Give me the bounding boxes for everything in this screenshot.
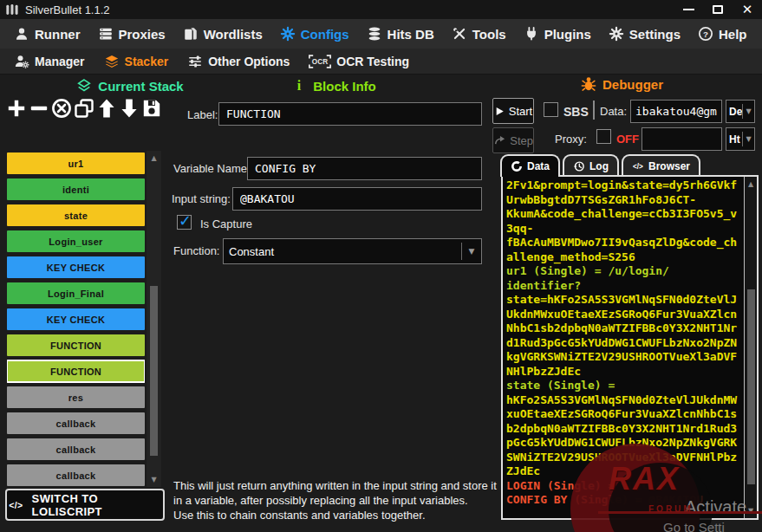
log-line: 2Fv1&prompt=login&state=dy5rh6GVkf bbox=[506, 178, 741, 193]
menu-item-help[interactable]: ?Help bbox=[691, 23, 754, 44]
section-title: Debugger bbox=[602, 77, 663, 92]
move-up-button[interactable] bbox=[95, 95, 118, 121]
debugger-tabs: Data Log </> Browser bbox=[500, 154, 700, 177]
close-button[interactable]: ✕ bbox=[733, 0, 762, 19]
help-line: Use this to chain constants and variable… bbox=[173, 508, 499, 522]
proxy-type-dropdown[interactable]: Ht ▼ bbox=[726, 127, 755, 151]
stack-item[interactable]: KEY CHECK bbox=[7, 256, 145, 278]
tab-data[interactable]: Data bbox=[500, 154, 560, 177]
move-down-button[interactable] bbox=[118, 95, 140, 121]
log-line: 3qq- bbox=[506, 222, 741, 237]
log-line: hKFo2SA5S3VGMlNqSFN0d0ZteVlJUkdnMW bbox=[506, 393, 741, 408]
menu-label: Other Options bbox=[208, 55, 290, 68]
menu-label: Runner bbox=[35, 27, 81, 42]
stack-item[interactable]: KEY CHECK bbox=[7, 308, 145, 330]
tab-log[interactable]: Log bbox=[563, 154, 619, 177]
stack-item[interactable]: FUNCTION bbox=[7, 334, 145, 356]
log-lines[interactable]: 2Fv1&prompt=login&state=dy5rh6GVkfUrwbBb… bbox=[506, 178, 741, 516]
tab-browser[interactable]: </> Browser bbox=[622, 154, 700, 177]
save-stack-button[interactable] bbox=[140, 95, 163, 121]
stacker-layers-icon bbox=[104, 54, 120, 69]
stack-item[interactable]: Login_Final bbox=[7, 282, 145, 304]
menu-label: Wordlists bbox=[204, 27, 263, 42]
data-type-dropdown[interactable]: Def ▼ bbox=[726, 100, 755, 123]
menu-item-proxies[interactable]: Proxies bbox=[91, 23, 173, 44]
proxy-type-value: Ht bbox=[726, 133, 742, 146]
log-line: allenge_method=S256 bbox=[506, 250, 741, 265]
section-title: Block Info bbox=[313, 79, 376, 94]
proxy-input[interactable] bbox=[642, 127, 722, 151]
stack-item[interactable]: callback bbox=[7, 464, 145, 486]
submenu-item-ocr-testing[interactable]: OCROCR Testing bbox=[302, 51, 416, 72]
tab-label: Log bbox=[589, 160, 609, 172]
configs-gear-icon bbox=[280, 26, 296, 42]
stack-item[interactable]: FUNCTION bbox=[7, 360, 145, 382]
stack-item[interactable]: state bbox=[7, 204, 145, 226]
scroll-down-arrow[interactable]: ▼ bbox=[745, 507, 757, 515]
function-dropdown[interactable]: Constant ▼ bbox=[223, 238, 482, 264]
data-tab-icon bbox=[511, 160, 523, 172]
menu-item-hits-db[interactable]: Hits DB bbox=[360, 23, 441, 44]
stack-item[interactable]: res bbox=[7, 386, 145, 408]
maximize-button[interactable] bbox=[703, 0, 733, 19]
input-string-caption: Input string: bbox=[172, 192, 231, 205]
stack-item[interactable]: identi bbox=[7, 178, 145, 200]
data-input[interactable] bbox=[630, 100, 722, 123]
stack-item[interactable]: Login_user bbox=[7, 230, 145, 252]
start-button[interactable]: Start bbox=[492, 98, 534, 124]
menu-label: Plugins bbox=[544, 27, 591, 42]
menu-item-wordlists[interactable]: Wordlists bbox=[176, 23, 270, 44]
proxy-checkbox[interactable] bbox=[596, 129, 611, 144]
log-line: ZJdEc bbox=[506, 464, 741, 479]
stack-scrollbar[interactable]: ▲ ▼ bbox=[147, 151, 161, 487]
menu-item-settings[interactable]: Settings bbox=[602, 23, 687, 44]
data-caption: Data: bbox=[600, 105, 627, 118]
menu-item-configs[interactable]: Configs bbox=[273, 23, 356, 44]
log-tab-icon bbox=[573, 160, 585, 172]
scroll-up-arrow[interactable]: ▲ bbox=[147, 154, 161, 162]
menu-item-tools[interactable]: Tools bbox=[445, 23, 513, 44]
scroll-thumb[interactable] bbox=[747, 289, 755, 484]
help-icon: ? bbox=[698, 26, 713, 42]
is-capture-checkbox[interactable]: ✓ bbox=[177, 215, 192, 230]
app-window: SilverBullet 1.1.2 ✕ Runner Proxies Word… bbox=[0, 0, 762, 532]
main-menu: Runner Proxies Wordlists Configs Hits DB… bbox=[0, 19, 762, 49]
play-icon bbox=[494, 106, 505, 117]
data-type-value: Def bbox=[726, 106, 742, 118]
stack-item[interactable]: ur1 bbox=[7, 152, 145, 174]
menu-item-silver-zone[interactable]: Silver Zone5 bbox=[758, 23, 762, 44]
scroll-up-arrow[interactable]: ▲ bbox=[745, 180, 757, 188]
debugger-header: Debugger bbox=[546, 76, 698, 92]
switch-to-loliscript-button[interactable]: </> SWITCH TO LOLISCRIPT bbox=[5, 489, 165, 521]
bug-icon bbox=[581, 76, 596, 92]
submenu-item-manager[interactable]: Manager bbox=[7, 51, 92, 72]
step-arrow-icon bbox=[493, 134, 506, 146]
title-bar: SilverBullet 1.1.2 ✕ bbox=[0, 0, 762, 19]
input-string-input[interactable] bbox=[232, 187, 482, 211]
stack-item[interactable]: callback bbox=[7, 438, 145, 460]
menu-label: Configs bbox=[301, 27, 349, 42]
log-line: state (Single) = bbox=[506, 379, 741, 393]
proxy-status: OFF bbox=[616, 133, 639, 146]
duplicate-block-button[interactable] bbox=[73, 95, 95, 121]
clear-stack-button[interactable] bbox=[50, 95, 73, 121]
log-scrollbar[interactable]: ▲ ▼ bbox=[744, 177, 757, 518]
log-line: NHlPbzZJdEc bbox=[506, 365, 741, 380]
minimize-button[interactable] bbox=[674, 0, 703, 19]
sbs-checkbox[interactable] bbox=[544, 102, 558, 117]
log-line: xuOEtaeXEzSGRoQ6Fur3VuaXZlcnNhbC1s bbox=[506, 407, 741, 422]
menu-item-runner[interactable]: Runner bbox=[7, 23, 88, 44]
add-block-button[interactable] bbox=[5, 95, 28, 121]
function-value: Constant bbox=[224, 245, 461, 258]
submenu-item-stacker[interactable]: Stacker bbox=[97, 51, 176, 72]
variable-name-input[interactable] bbox=[247, 157, 482, 180]
scroll-thumb[interactable] bbox=[150, 286, 158, 456]
stack-item[interactable]: callback bbox=[7, 412, 145, 434]
check-icon: ✓ bbox=[179, 211, 192, 230]
step-button[interactable]: Step bbox=[492, 127, 534, 153]
scroll-down-arrow[interactable]: ▼ bbox=[147, 476, 161, 483]
remove-block-button[interactable] bbox=[28, 95, 50, 121]
submenu-item-other-options[interactable]: Other Options bbox=[180, 51, 296, 72]
menu-item-plugins[interactable]: Plugins bbox=[517, 23, 598, 44]
label-input[interactable] bbox=[218, 102, 482, 126]
